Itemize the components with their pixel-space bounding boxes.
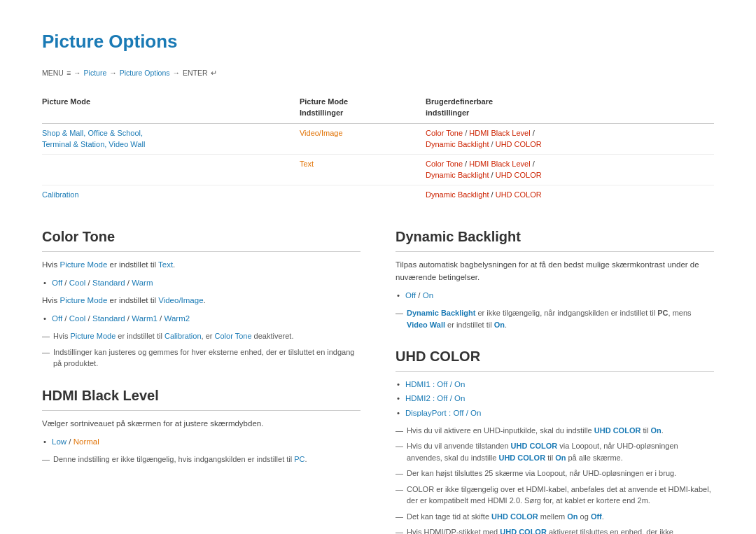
- left-column: Color Tone Hvis Picture Mode er indstill…: [42, 220, 360, 534]
- table-cell-setting-2: Text: [300, 154, 426, 185]
- menu-label: MENU: [42, 68, 64, 79]
- table-header-3: Brugerdefinerbareindstillinger: [426, 92, 714, 124]
- color-tone-note1: Hvis Picture Mode er indstillet til Cali…: [42, 330, 360, 342]
- table-cell-mode-3: Calibration: [42, 185, 300, 204]
- uhd-note-1: Hvis du vil aktivere en UHD-inputkilde, …: [396, 425, 714, 437]
- list-item: Off / Cool / Standard / Warm1 / Warm2: [42, 313, 360, 325]
- dynamic-backlight-note: Dynamic Backlight er ikke tilgængelig, n…: [396, 307, 714, 330]
- table-header-1: Picture Mode: [42, 92, 300, 124]
- list-item: Low / Normal: [42, 436, 360, 448]
- list-item: DisplayPort : Off / On: [396, 407, 714, 419]
- dynamic-backlight-list: Off / On: [396, 290, 714, 302]
- uhd-note-4: COLOR er ikke tilgængelig over et HDMI-k…: [396, 484, 714, 507]
- color-tone-text2: Hvis Picture Mode er indstillet til Vide…: [42, 295, 360, 307]
- menu-picture-options: Picture Options: [120, 68, 170, 79]
- menu-picture: Picture: [84, 68, 107, 79]
- color-tone-section: Color Tone Hvis Picture Mode er indstill…: [42, 226, 360, 370]
- mode-table: Picture Mode Picture ModeIndstillinger B…: [42, 92, 714, 204]
- uhd-note-5: Det kan tage tid at skifte UHD COLOR mel…: [396, 511, 714, 523]
- table-row: Shop & Mall, Office & School,Terminal & …: [42, 123, 714, 154]
- dynamic-backlight-section: Dynamic Backlight Tilpas automatisk bagb…: [396, 226, 714, 330]
- table-cell-options-3: Dynamic Backlight / UHD COLOR: [426, 185, 714, 204]
- list-item: Off / Cool / Standard / Warm: [42, 277, 360, 289]
- uhd-note-2: Hvis du vil anvende tilstanden UHD COLOR…: [396, 440, 714, 463]
- uhd-color-list: HDMI1 : Off / On HDMI2 : Off / On Displa…: [396, 379, 714, 419]
- list-item: HDMI2 : Off / On: [396, 393, 714, 405]
- table-cell-mode-2: [42, 154, 300, 185]
- table-cell-options-2: Color Tone / HDMI Black Level / Dynamic …: [426, 154, 714, 185]
- hdmi-black-level-title: HDMI Black Level: [42, 385, 360, 411]
- color-tone-title: Color Tone: [42, 226, 360, 252]
- color-tone-list2: Off / Cool / Standard / Warm1 / Warm2: [42, 313, 360, 325]
- page-title: Picture Options: [42, 28, 714, 55]
- dynamic-backlight-title: Dynamic Backlight: [396, 226, 714, 252]
- table-row: Calibration Dynamic Backlight / UHD COLO…: [42, 185, 714, 204]
- table-header-2: Picture ModeIndstillinger: [300, 92, 426, 124]
- list-item: Off / On: [396, 290, 714, 302]
- table-cell-setting-1: Video/Image: [300, 123, 426, 154]
- color-tone-list1: Off / Cool / Standard / Warm: [42, 277, 360, 289]
- hdmi-black-level-list: Low / Normal: [42, 436, 360, 448]
- dynamic-backlight-text: Tilpas automatisk bagbelysningen for at …: [396, 259, 714, 284]
- table-row: Text Color Tone / HDMI Black Level / Dyn…: [42, 154, 714, 185]
- color-tone-text1: Hvis Picture Mode er indstillet til Text…: [42, 259, 360, 272]
- hdmi-black-level-note: Denne indstilling er ikke tilgængelig, h…: [42, 454, 360, 465]
- table-cell-mode-1: Shop & Mall, Office & School,Terminal & …: [42, 123, 300, 154]
- uhd-color-title: UHD COLOR: [396, 346, 714, 372]
- menu-path: MENU ≡ → Picture → Picture Options → ENT…: [42, 68, 714, 79]
- hdmi-black-level-text: Vælger sortniveauet på skærmen for at ju…: [42, 418, 360, 430]
- list-item: HDMI1 : Off / On: [396, 379, 714, 391]
- table-cell-setting-3: [300, 185, 426, 204]
- uhd-note-6: Hvis HDMI/DP-stikket med UHD COLOR aktiv…: [396, 526, 714, 534]
- right-column: Dynamic Backlight Tilpas automatisk bagb…: [396, 220, 714, 534]
- hdmi-black-level-section: HDMI Black Level Vælger sortniveauet på …: [42, 385, 360, 465]
- uhd-note-3: Der kan højst tilsluttes 25 skærme via L…: [396, 468, 714, 479]
- color-tone-note2: Indstillinger kan justeres og gemmes for…: [42, 346, 360, 370]
- table-cell-options-1: Color Tone / HDMI Black Level / Dynamic …: [426, 123, 714, 154]
- uhd-color-section: UHD COLOR HDMI1 : Off / On HDMI2 : Off /…: [396, 346, 714, 534]
